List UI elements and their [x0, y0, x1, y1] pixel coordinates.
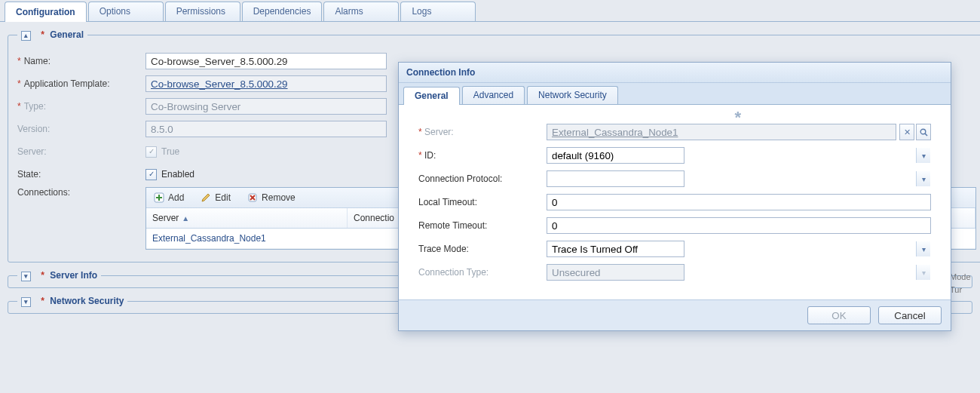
dialog-conn-type-select	[547, 264, 684, 281]
required-star-icon: *	[41, 29, 44, 40]
state-checkbox[interactable]: ✓	[145, 169, 157, 180]
name-input[interactable]	[145, 53, 387, 69]
type-label: *Type:	[17, 101, 145, 112]
dialog-local-timeout-label: Local Timeout:	[418, 197, 547, 207]
clear-icon[interactable]: ✕	[899, 124, 914, 140]
state-text: Enabled	[161, 169, 194, 180]
svg-line-3	[925, 134, 927, 136]
chevron-up-icon: ▴	[21, 31, 31, 41]
dialog-conn-type-label: Connection Type:	[418, 267, 547, 278]
connections-label: Connections:	[17, 187, 145, 198]
group-server-info-toggle[interactable]: ▾	[21, 272, 35, 281]
dialog-tab-general[interactable]: General	[403, 87, 460, 105]
dialog-remote-timeout-input[interactable]	[547, 217, 931, 234]
dialog-protocol-select[interactable]	[547, 170, 684, 187]
dialog-row-server: Server: ✕	[418, 122, 931, 142]
version-input	[145, 121, 387, 137]
tab-options[interactable]: Options	[88, 2, 164, 21]
group-general-toggle[interactable]: ▴	[21, 31, 35, 41]
cancel-button[interactable]: Cancel	[878, 306, 942, 324]
truncated-columns-hint: Mode Tur	[950, 271, 975, 296]
chevron-down-icon[interactable]: ▾	[916, 171, 930, 186]
name-label: *Name:	[17, 56, 145, 66]
dialog-row-remote-timeout: Remote Timeout:	[418, 216, 931, 235]
server-flag-text: True	[161, 146, 179, 157]
dialog-server-label: Server:	[418, 127, 547, 137]
dialog-id-label: ID:	[418, 150, 547, 161]
main-tabstrip: Configuration Options Permissions Depend…	[0, 0, 980, 22]
tab-alarms[interactable]: Alarms	[323, 2, 399, 21]
state-label: State:	[17, 169, 145, 180]
type-input	[145, 98, 387, 115]
connections-row-server: External_Cassandra_Node1	[146, 229, 347, 248]
chevron-down-icon: ▾	[916, 265, 930, 280]
template-label: *Application Template:	[17, 78, 145, 89]
dialog-local-timeout-input[interactable]	[547, 194, 931, 210]
required-star-icon: *	[41, 270, 44, 281]
dialog-protocol-label: Connection Protocol:	[418, 173, 547, 184]
tab-permissions[interactable]: Permissions	[165, 2, 240, 21]
server-checkbox: ✓	[145, 146, 157, 158]
connections-add-button[interactable]: Add	[151, 191, 187, 204]
required-star-icon: *	[41, 296, 44, 306]
dialog-body: * Server: ✕ ID: ▾	[399, 105, 951, 299]
svg-point-2	[920, 129, 926, 134]
plus-icon	[154, 192, 164, 203]
connections-edit-button[interactable]: Edit	[198, 191, 234, 204]
dialog-row-trace: Trace Mode: ▾	[418, 239, 931, 259]
ok-button[interactable]: OK	[807, 306, 871, 324]
dialog-tab-network-security[interactable]: Network Security	[527, 86, 618, 104]
chevron-down-icon: ▾	[21, 272, 31, 281]
dialog-tabstrip: General Advanced Network Security	[399, 83, 951, 105]
dialog-id-select[interactable]	[547, 147, 684, 164]
version-label: Version:	[17, 124, 145, 134]
delete-icon	[247, 192, 258, 203]
server-flag-label: Server:	[17, 146, 145, 157]
chevron-down-icon[interactable]: ▾	[916, 241, 930, 256]
connections-remove-button[interactable]: Remove	[244, 191, 299, 204]
tab-configuration[interactable]: Configuration	[5, 2, 87, 22]
dialog-tab-advanced[interactable]: Advanced	[462, 86, 525, 104]
dialog-remote-timeout-label: Remote Timeout:	[418, 220, 547, 231]
group-server-info-legend: ▾ * Server Info	[17, 270, 101, 281]
dialog-row-protocol: Connection Protocol: ▾	[418, 169, 931, 189]
tab-logs[interactable]: Logs	[400, 2, 476, 21]
dialog-title: Connection Info	[399, 63, 951, 83]
dialog-button-bar: OK Cancel	[399, 299, 951, 330]
group-network-security-toggle[interactable]: ▾	[21, 297, 35, 307]
group-general-legend: ▴ * General	[17, 29, 87, 41]
template-input[interactable]	[145, 75, 387, 92]
dialog-server-input	[547, 124, 896, 140]
connection-info-dialog: Connection Info General Advanced Network…	[398, 62, 951, 331]
dirty-indicator-icon: *	[734, 108, 741, 127]
tab-dependencies[interactable]: Dependencies	[242, 2, 323, 21]
chevron-down-icon: ▾	[21, 297, 31, 307]
dialog-row-id: ID: ▾	[418, 146, 931, 165]
pencil-icon	[201, 192, 211, 203]
chevron-down-icon[interactable]: ▾	[916, 148, 930, 163]
dialog-row-local-timeout: Local Timeout:	[418, 192, 931, 212]
sort-asc-icon: ▲	[182, 214, 189, 223]
dialog-trace-label: Trace Mode:	[418, 244, 547, 254]
dialog-trace-select[interactable]	[547, 241, 684, 257]
search-icon[interactable]	[916, 124, 931, 140]
group-network-security-legend: ▾ * Network Security	[17, 296, 127, 307]
dialog-row-conn-type: Connection Type: ▾	[418, 263, 931, 282]
connections-col-server[interactable]: Server ▲	[146, 208, 348, 228]
